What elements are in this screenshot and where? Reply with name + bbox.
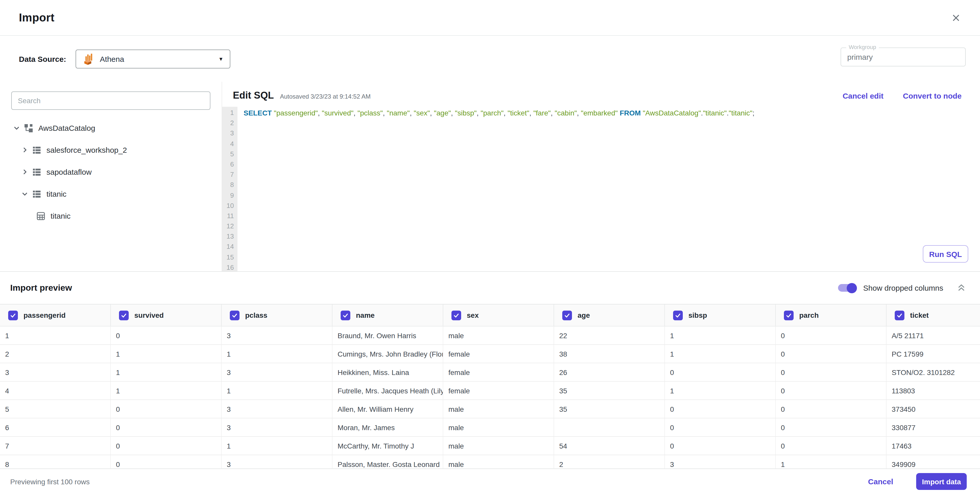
import-dialog: Import Data Source: (0, 0, 980, 494)
line-number: 6 (222, 159, 237, 170)
import-data-button[interactable]: Import data (916, 473, 967, 490)
column-checkbox-parch[interactable] (784, 310, 794, 320)
sql-token-string: "fare" (533, 109, 551, 117)
table-cell: 3 (0, 363, 111, 381)
sql-token-string: "pclass" (358, 109, 383, 117)
datasource-dropdown[interactable]: Athena ▼ (75, 49, 230, 68)
line-number: 12 (222, 221, 237, 231)
sql-token-string: "cabin" (555, 109, 577, 117)
table-cell: 2 (554, 455, 665, 469)
sql-token-string: "AwsDataCatalog" (643, 109, 701, 117)
sql-token-plain: , (577, 109, 581, 117)
table-cell: 4 (0, 382, 111, 400)
column-header-survived: survived (111, 304, 222, 326)
column-checkbox-sex[interactable] (452, 310, 461, 320)
line-number: 5 (222, 149, 237, 159)
table-row: 211Cumings, Mrs. John Bradley (Florencfe… (0, 345, 980, 363)
table-cell: 3 (222, 455, 332, 469)
search-input[interactable] (18, 97, 204, 105)
close-icon[interactable] (948, 10, 964, 25)
run-sql-button[interactable]: Run SQL (923, 245, 968, 263)
table-cell: Palsson, Master. Gosta Leonard (332, 455, 443, 469)
table-cell: A/5 21171 (886, 327, 980, 344)
line-number: 16 (222, 263, 237, 273)
line-number: 11 (222, 211, 237, 221)
autosaved-status: Autosaved 3/23/23 at 9:14:52 AM (280, 93, 371, 100)
table-cell: male (443, 437, 554, 455)
table-cell: 3 (222, 327, 332, 344)
table-cell: 2 (0, 345, 111, 363)
column-checkbox-ticket[interactable] (895, 310, 904, 320)
table-cell: 1 (0, 327, 111, 344)
table-cell: male (443, 400, 554, 418)
editor-actions: Cancel edit Convert to node (843, 91, 962, 100)
column-header-passengerid: passengerid (0, 304, 111, 326)
column-label: age (578, 311, 590, 319)
tree-item-sapodataflow-2[interactable]: sapodataflow (0, 161, 222, 183)
tree-item-titanic-4[interactable]: titanic (0, 205, 222, 227)
cancel-edit-button[interactable]: Cancel edit (843, 91, 883, 100)
table-cell: 0 (776, 382, 886, 400)
table-cell: 1 (222, 437, 332, 455)
sql-code-area[interactable]: 12345678910111213141516 SELECT "passenge… (222, 107, 980, 271)
sql-code-line[interactable]: SELECT "passengerid", "survived", "pclas… (237, 107, 980, 271)
table-cell: 0 (776, 400, 886, 418)
show-dropped-columns-toggle[interactable] (838, 284, 855, 292)
sql-token-string: "name" (387, 109, 410, 117)
table-cell: 0 (665, 400, 776, 418)
chevron-down-icon[interactable] (12, 124, 21, 132)
catalog-sidebar: AwsDataCatalogsalesforce_workshop_2sapod… (0, 82, 222, 271)
sql-token-string: "survived" (322, 109, 353, 117)
column-checkbox-age[interactable] (562, 310, 572, 320)
column-checkbox-survived[interactable] (119, 310, 129, 320)
column-checkbox-passengerid[interactable] (8, 310, 18, 320)
column-checkbox-pclass[interactable] (230, 310, 240, 320)
database-icon (32, 189, 42, 199)
chevron-right-icon[interactable] (21, 168, 29, 176)
column-header-sibsp: sibsp (665, 304, 776, 326)
tree-item-label: AwsDataCatalog (38, 124, 95, 132)
sql-token-string: "sex" (414, 109, 430, 117)
chevron-right-icon[interactable] (21, 146, 29, 154)
table-cell: 373450 (886, 400, 980, 418)
table-cell: 38 (554, 345, 665, 363)
search-box[interactable] (11, 91, 210, 110)
column-checkbox-sibsp[interactable] (673, 310, 683, 320)
dropdown-caret-icon: ▼ (218, 56, 223, 62)
table-cell: 3 (222, 400, 332, 418)
sql-token-plain: , (383, 109, 387, 117)
table-cell: Futrelle, Mrs. Jacques Heath (Lily Ma (332, 382, 443, 400)
sql-token-plain: , (430, 109, 434, 117)
column-label: parch (799, 311, 819, 319)
table-row: 503Allen, Mr. William Henrymale350037345… (0, 400, 980, 418)
cancel-button[interactable]: Cancel (868, 477, 893, 486)
sql-token-string: "ticket" (508, 109, 529, 117)
table-cell: STON/O2. 3101282 (886, 363, 980, 381)
table-cell: 6 (0, 418, 111, 436)
table-row: 803Palsson, Master. Gosta Leonardmale231… (0, 455, 980, 469)
convert-to-node-button[interactable]: Convert to node (903, 91, 962, 100)
column-checkbox-name[interactable] (340, 310, 350, 320)
workgroup-input[interactable] (847, 53, 959, 61)
tree-item-titanic-3[interactable]: titanic (0, 183, 222, 205)
line-number: 3 (222, 129, 237, 139)
table-cell: 1 (222, 382, 332, 400)
sql-token-string: "titanic" (703, 109, 727, 117)
chevron-down-icon[interactable] (21, 190, 29, 198)
tree-item-label: sapodataflow (46, 167, 92, 176)
sql-token-plain: , (504, 109, 508, 117)
sql-token-plain: , (353, 109, 358, 117)
tree-item-awsdatacatalog-0[interactable]: AwsDataCatalog (0, 117, 222, 139)
column-label: pclass (245, 311, 267, 319)
datasource-label: Data Source: (19, 54, 66, 63)
tree-item-salesforce_workshop_2-1[interactable]: salesforce_workshop_2 (0, 139, 222, 161)
table-cell: Moran, Mr. James (332, 418, 443, 436)
table-row: 313Heikkinen, Miss. Lainafemale2600STON/… (0, 363, 980, 382)
sql-token-plain: ; (752, 109, 754, 117)
dialog-header: Import (0, 0, 980, 36)
table-cell: 0 (776, 327, 886, 344)
workgroup-field[interactable]: Workgroup (841, 48, 966, 66)
sql-token-string: "titanic" (729, 109, 752, 117)
collapse-section-icon[interactable] (956, 282, 967, 293)
database-icon (32, 167, 42, 177)
